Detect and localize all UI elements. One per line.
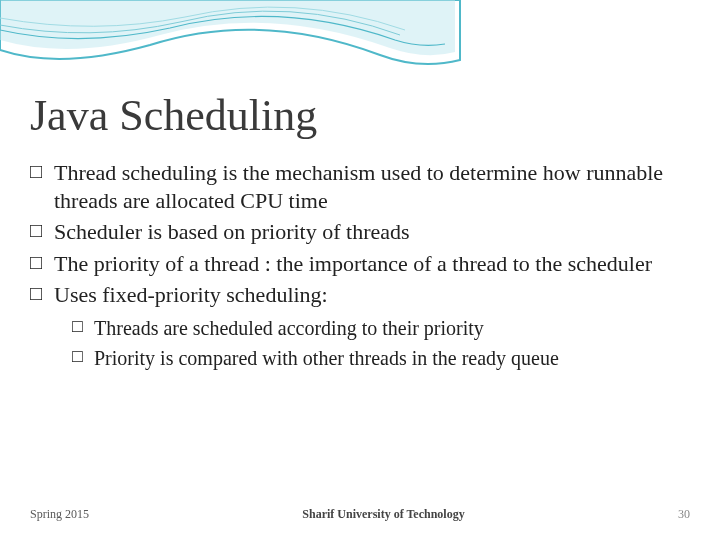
- footer-center: Sharif University of Technology: [302, 507, 464, 522]
- slide-footer: Spring 2015 Sharif University of Technol…: [30, 507, 690, 522]
- footer-left: Spring 2015: [30, 507, 89, 522]
- sub-bullet-list: Threads are scheduled according to their…: [72, 315, 690, 371]
- bullet-item: Thread scheduling is the mechanism used …: [30, 159, 690, 214]
- sub-bullet-item: Priority is compared with other threads …: [72, 345, 690, 371]
- bullet-item: Scheduler is based on priority of thread…: [30, 218, 690, 246]
- bullet-item: The priority of a thread : the importanc…: [30, 250, 690, 278]
- slide-title: Java Scheduling: [30, 90, 690, 141]
- header-wave-decoration: [0, 0, 720, 80]
- footer-page-number: 30: [678, 507, 690, 522]
- main-bullet-list: Thread scheduling is the mechanism used …: [30, 159, 690, 371]
- slide-content: Java Scheduling Thread scheduling is the…: [30, 90, 690, 375]
- sub-bullet-item: Threads are scheduled according to their…: [72, 315, 690, 341]
- bullet-text: Uses fixed-priority scheduling:: [54, 282, 328, 307]
- bullet-item: Uses fixed-priority scheduling: Threads …: [30, 281, 690, 371]
